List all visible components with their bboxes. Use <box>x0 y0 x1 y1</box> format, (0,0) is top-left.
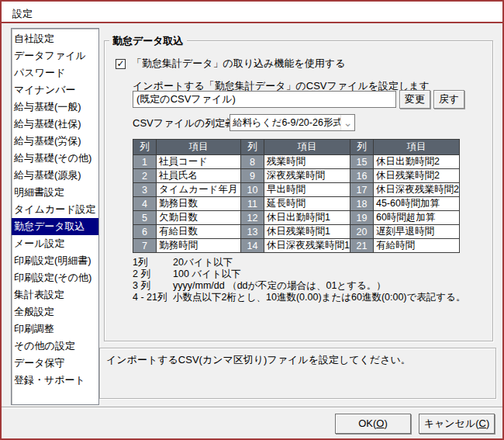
sidebar-item-mail[interactable]: メール設定 <box>12 235 98 252</box>
table-row: 14休日深夜残業時間1 <box>241 239 350 253</box>
use-import-checkbox-label: 「勤怠集計データ」の取り込み機能を使用する <box>132 57 345 71</box>
table-row: 4勤務日数 <box>133 197 241 211</box>
table-row: 13休日残業時間1 <box>241 225 350 239</box>
sidebar-item-print-meisai[interactable]: 印刷設定(明細書) <box>12 252 98 269</box>
use-import-checkbox[interactable]: ✓ <box>116 59 126 69</box>
window-title: 設定 <box>12 7 33 21</box>
sidebar-item-payroll-gensen[interactable]: 給与基礎(源泉) <box>12 167 98 184</box>
dialog-client-area: 自社設定 データファイル パスワード マイナンバー 給与基礎(一般) 給与基礎(… <box>2 25 502 438</box>
note-text: 20バイト以下 <box>173 257 233 269</box>
table-row: 2社員氏名 <box>133 169 241 183</box>
note-line: 3 列 yyyy/mm/dd （ddが不定の場合は、01とする。） <box>133 280 465 292</box>
change-button[interactable]: 変更 <box>399 90 430 109</box>
table-row: 15休日出勤時間2 <box>350 155 459 169</box>
table-row: 1社員コード <box>133 155 241 169</box>
col-header: 列 <box>241 140 264 155</box>
chevron-down-icon[interactable]: ⌄ <box>340 115 354 130</box>
sidebar-item-datafile[interactable]: データファイル <box>12 47 98 64</box>
item-header: 項目 <box>373 140 459 155</box>
sidebar-item-meisai[interactable]: 明細書設定 <box>12 184 98 201</box>
note-line: 1列 20バイト以下 <box>133 257 465 269</box>
table-row: 21有給時間 <box>350 239 459 253</box>
table-row: 6有給日数 <box>133 225 241 239</box>
import-columns-table-2: 列項目 8残業時間 9深夜残業時間 10早出時間 11延長時間 12休日出勤時間… <box>240 139 350 253</box>
sidebar-item-print-adjust[interactable]: 印刷調整 <box>12 320 98 338</box>
col-header: 列 <box>350 140 373 155</box>
table-row: 12休日出勤時間1 <box>241 211 350 225</box>
sidebar-item-company[interactable]: 自社設定 <box>12 30 98 47</box>
import-columns-table-1: 列項目 1社員コード 2社員氏名 3タイムカード年月 4勤務日数 5欠勤日数 6… <box>133 139 241 253</box>
sidebar-item-data-maintenance[interactable]: データ保守 <box>12 355 98 372</box>
coldef-selected-value: 給料らくだ6-9/20-26形式 <box>230 116 340 130</box>
sidebar-item-general[interactable]: 全般設定 <box>12 303 98 320</box>
checkmark-icon: ✓ <box>116 60 124 68</box>
groupbox-title: 勤怠データ取込 <box>109 34 187 48</box>
note-line: 2 列 100 バイト以下 <box>133 269 465 280</box>
table-row: 7勤務時間 <box>133 239 241 253</box>
sidebar-item-payroll-roho[interactable]: 給与基礎(労保) <box>12 133 98 150</box>
item-header: 項目 <box>264 140 350 155</box>
revert-button[interactable]: 戻す <box>433 90 464 109</box>
sidebar-item-payroll-shaho[interactable]: 給与基礎(社保) <box>12 116 98 133</box>
table-row: 1960時間超加算 <box>350 211 459 225</box>
table-row: 20遅刻早退時間 <box>350 225 459 239</box>
column-definition-tables: 列項目 1社員コード 2社員氏名 3タイムカード年月 4勤務日数 5欠勤日数 6… <box>133 139 460 253</box>
sidebar-item-registration-support[interactable]: 登録・サポート <box>12 372 98 389</box>
import-columns-table-3: 列項目 15休日出勤時間2 16休日残業時間2 17休日深夜残業時間2 1845… <box>350 139 460 253</box>
note-cols: 4 - 21列 <box>133 292 173 303</box>
sidebar-item-kintai-import[interactable]: 勤怠データ取込 <box>12 218 98 235</box>
help-box: インポートするCSV(カンマ区切り)ファイルを設定してください。 <box>99 348 496 399</box>
settings-category-list: 自社設定 データファイル パスワード マイナンバー 給与基礎(一般) 給与基礎(… <box>11 28 99 405</box>
note-text: 小数点以下2桁とし、10進数(0.00)または60進数(0:00)で表記する。 <box>173 292 465 303</box>
sidebar-item-password[interactable]: パスワード <box>12 64 98 81</box>
sidebar-item-misc[interactable]: その他の設定 <box>12 338 98 355</box>
table-row: 8残業時間 <box>241 155 350 169</box>
table-row: 17休日深夜残業時間2 <box>350 183 459 197</box>
csv-file-input[interactable] <box>133 91 396 108</box>
kintai-import-groupbox: 勤怠データ取込 ✓ 「勤怠集計データ」の取り込み機能を使用する インポートする「… <box>104 40 493 341</box>
sidebar-item-payroll-general[interactable]: 給与基礎(一般) <box>12 99 98 116</box>
table-row: 16休日残業時間2 <box>350 169 459 183</box>
table-row: 5欠勤日数 <box>133 211 241 225</box>
table-row: 1845-60時間加算 <box>350 197 459 211</box>
ok-button[interactable]: OK(O) <box>335 414 411 434</box>
format-notes: 1列 20バイト以下 2 列 100 バイト以下 3 列 yyyy/mm/dd … <box>133 257 465 303</box>
coldef-label: CSVファイルの列定義 <box>133 116 235 130</box>
footer-divider <box>2 407 502 408</box>
table-row: 9深夜残業時間 <box>241 169 350 183</box>
note-text: yyyy/mm/dd （ddが不定の場合は、01とする。） <box>173 280 386 292</box>
table-row: 10早出時間 <box>241 183 350 197</box>
sidebar-item-timecard[interactable]: タイムカード設定 <box>12 201 98 218</box>
help-text: インポートするCSV(カンマ区切り)ファイルを設定してください。 <box>106 354 411 366</box>
sidebar-item-mynumber[interactable]: マイナンバー <box>12 81 98 99</box>
sidebar-item-print-other[interactable]: 印刷設定(その他) <box>12 269 98 286</box>
note-cols: 3 列 <box>133 280 173 292</box>
item-header: 項目 <box>157 140 241 155</box>
table-row: 11延長時間 <box>241 197 350 211</box>
table-row: 3タイムカード年月 <box>133 183 241 197</box>
note-cols: 2 列 <box>133 269 173 280</box>
col-header: 列 <box>133 140 157 155</box>
note-line: 4 - 21列 小数点以下2桁とし、10進数(0.00)または60進数(0:00… <box>133 292 465 303</box>
sidebar-item-payroll-other[interactable]: 給与基礎(その他) <box>12 150 98 167</box>
note-cols: 1列 <box>133 257 173 269</box>
sidebar-item-summary-table[interactable]: 集計表設定 <box>12 286 98 303</box>
note-text: 100 バイト以下 <box>173 269 241 280</box>
cancel-button[interactable]: キャンセル(C) <box>419 414 495 434</box>
coldef-combobox[interactable]: 給料らくだ6-9/20-26形式 ⌄ <box>230 114 355 131</box>
title-bar: 設定 <box>2 2 502 23</box>
